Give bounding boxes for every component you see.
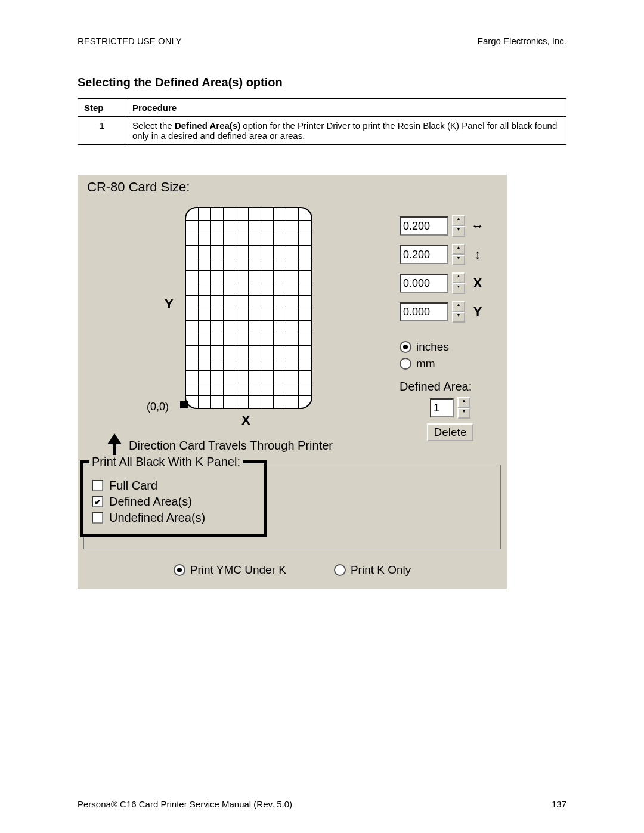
header-left: RESTRICTED USE ONLY xyxy=(78,36,182,46)
col-step: Step xyxy=(78,99,126,117)
col-procedure: Procedure xyxy=(126,99,566,117)
origin-label: (0,0) xyxy=(147,401,169,413)
print-ymc-radio[interactable]: Print YMC Under K xyxy=(174,563,286,577)
radio-icon xyxy=(400,341,411,353)
defined-area-down-button[interactable]: ▼ xyxy=(457,408,470,419)
card-size-dialog: CR-80 Card Size: Y (0,0) X Direction Ca xyxy=(78,175,507,589)
arrow-up-icon xyxy=(107,433,122,444)
defined-area-spinner[interactable]: 1 ▲ ▼ xyxy=(430,397,470,419)
x-axis-label: X xyxy=(242,413,250,428)
card-outline xyxy=(185,207,312,409)
x-spinner[interactable]: 0.000 ▲ ▼ X xyxy=(400,272,501,294)
height-down-button[interactable]: ▼ xyxy=(452,255,465,265)
x-value[interactable]: 0.000 xyxy=(400,274,448,293)
delete-button[interactable]: Delete xyxy=(427,423,474,441)
width-icon: ↔ xyxy=(469,218,487,234)
x-down-button[interactable]: ▼ xyxy=(452,283,465,294)
page-footer: Persona® C16 Card Printer Service Manual… xyxy=(78,799,566,809)
checkbox-icon: ✔ xyxy=(92,496,103,507)
height-up-button[interactable]: ▲ xyxy=(452,244,465,255)
origin-marker-icon xyxy=(180,401,188,408)
card-preview: Y (0,0) X xyxy=(107,207,346,433)
card-grid xyxy=(186,208,311,408)
y-value[interactable]: 0.000 xyxy=(400,302,448,321)
y-up-button[interactable]: ▲ xyxy=(452,301,465,312)
k-panel-highlight-box: Print All Black With K Panel: Full Card … xyxy=(80,460,267,537)
step-number: 1 xyxy=(78,117,126,145)
units-mm-radio[interactable]: mm xyxy=(400,357,501,370)
print-k-only-radio[interactable]: Print K Only xyxy=(334,563,411,577)
y-down-button[interactable]: ▼ xyxy=(452,312,465,323)
y-axis-label: Y xyxy=(165,296,174,312)
width-up-button[interactable]: ▲ xyxy=(452,215,465,226)
page-number: 137 xyxy=(552,799,566,809)
defined-area-label: Defined Area: xyxy=(400,380,501,394)
checkbox-icon xyxy=(92,512,103,524)
x-icon: X xyxy=(469,275,487,291)
header-right: Fargo Electronics, Inc. xyxy=(478,36,566,46)
step-text: Select the Defined Area(s) option for th… xyxy=(126,117,566,145)
width-spinner[interactable]: 0.200 ▲ ▼ ↔ xyxy=(400,215,501,237)
radio-icon xyxy=(174,564,185,576)
radio-icon xyxy=(334,564,346,576)
height-spinner[interactable]: 0.200 ▲ ▼ ↕ xyxy=(400,244,501,265)
height-icon: ↕ xyxy=(469,247,487,262)
y-icon: Y xyxy=(469,304,487,320)
section-title: Selecting the Defined Area(s) option xyxy=(78,76,566,89)
full-card-checkbox[interactable]: Full Card xyxy=(92,479,256,493)
direction-caption: Direction Card Travels Through Printer xyxy=(107,433,400,457)
checkbox-icon xyxy=(92,480,103,491)
height-value[interactable]: 0.200 xyxy=(400,245,448,264)
footer-left: Persona® C16 Card Printer Service Manual… xyxy=(78,799,292,809)
undefined-areas-checkbox[interactable]: Undefined Area(s) xyxy=(92,511,256,525)
dialog-title: CR-80 Card Size: xyxy=(87,179,501,195)
defined-areas-checkbox[interactable]: ✔ Defined Area(s) xyxy=(92,495,256,509)
table-header-row: Step Procedure xyxy=(78,99,566,117)
units-inches-radio[interactable]: inches xyxy=(400,340,501,354)
defined-area-up-button[interactable]: ▲ xyxy=(457,397,470,408)
procedure-table: Step Procedure 1 Select the Defined Area… xyxy=(78,98,566,145)
defined-area-value[interactable]: 1 xyxy=(430,398,454,417)
k-panel-fieldset: Print All Black With K Panel: Full Card … xyxy=(83,465,501,549)
radio-icon xyxy=(400,358,411,370)
k-panel-legend: Print All Black With K Panel: xyxy=(89,455,243,469)
table-row: 1 Select the Defined Area(s) option for … xyxy=(78,117,566,145)
x-up-button[interactable]: ▲ xyxy=(452,272,465,283)
page-header: RESTRICTED USE ONLY Fargo Electronics, I… xyxy=(78,36,566,46)
y-spinner[interactable]: 0.000 ▲ ▼ Y xyxy=(400,301,501,323)
width-value[interactable]: 0.200 xyxy=(400,216,448,236)
width-down-button[interactable]: ▼ xyxy=(452,226,465,237)
